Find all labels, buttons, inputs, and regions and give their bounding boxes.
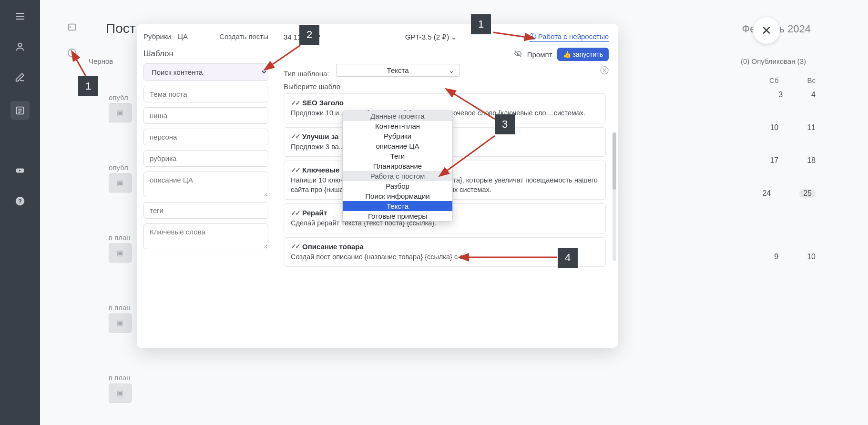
- chevron-down-icon: ⌄: [451, 33, 457, 41]
- calendar-row: 34: [778, 91, 816, 99]
- check-icon: ✓✓: [291, 99, 299, 107]
- image-placeholder-icon: ▣: [109, 243, 132, 263]
- image-placeholder-icon: ▣: [109, 173, 132, 192]
- calendar-row: 1011: [770, 123, 816, 132]
- scrollbar[interactable]: [613, 132, 616, 261]
- keywords-textarea[interactable]: [143, 223, 268, 249]
- tab-create-posts[interactable]: Создать посты: [219, 32, 268, 40]
- post-list: опубл▣ опубл▣ в план▣ в план▣ в план▣: [109, 93, 132, 403]
- callout-2: 2: [299, 25, 319, 45]
- arrow-4: [457, 253, 562, 262]
- dropdown-option[interactable]: Разбор: [343, 181, 452, 191]
- image-placeholder-icon: ▣: [109, 314, 132, 333]
- template-title: Улучши за: [302, 132, 338, 141]
- svg-rect-12: [69, 24, 76, 30]
- help-icon[interactable]: ?: [13, 194, 27, 208]
- calendar-day-headers: СбВс: [769, 76, 816, 84]
- template-select[interactable]: Поиск контента: [143, 63, 268, 81]
- dropdown-option[interactable]: Готовые примеры: [343, 211, 452, 221]
- bg-tab-published: (0) Опубликован (3): [741, 57, 806, 65]
- callout-4: 4: [558, 248, 578, 268]
- menu-icon[interactable]: [13, 10, 27, 23]
- dropdown-option[interactable]: Контент-план: [343, 121, 452, 131]
- svg-line-18: [440, 136, 495, 175]
- template-label: Шаблон: [143, 49, 268, 59]
- template-title: Рерайт: [302, 209, 327, 217]
- edit-icon[interactable]: [13, 71, 27, 84]
- dropdown-option: Данные проекта: [343, 111, 452, 121]
- svg-line-15: [266, 45, 300, 69]
- check-icon: ✓✓: [291, 132, 299, 140]
- prompt-label: Промпт: [527, 51, 552, 59]
- dropdown-option[interactable]: Поиск информации: [343, 191, 452, 201]
- svg-line-14: [72, 52, 86, 76]
- scrollbar-thumb[interactable]: [613, 132, 616, 190]
- arrow-1b: [491, 23, 539, 42]
- callout-1: 1: [78, 76, 98, 96]
- check-icon: ✓✓: [291, 166, 299, 174]
- template-title: Описание товара: [302, 243, 364, 251]
- callout-3: 3: [495, 114, 515, 134]
- video-icon[interactable]: [13, 164, 27, 177]
- svg-text:?: ?: [18, 198, 22, 205]
- persona-input[interactable]: [143, 129, 268, 145]
- calendar-row: 2425: [762, 189, 816, 198]
- run-button[interactable]: 👍 запустить: [557, 48, 609, 61]
- nisha-input[interactable]: [143, 107, 268, 124]
- user-icon[interactable]: [13, 40, 27, 53]
- model-selector[interactable]: GPT-3.5 (2 ₽) ⌄: [405, 33, 458, 41]
- posts-icon[interactable]: [10, 101, 30, 120]
- rubrika-input[interactable]: [143, 150, 268, 167]
- tegi-input[interactable]: [143, 202, 268, 219]
- calendar-row: 910: [774, 253, 816, 261]
- image-placeholder-icon: ▣: [109, 384, 132, 403]
- arrow-3b: [434, 133, 500, 181]
- close-button[interactable]: ✕: [753, 17, 780, 44]
- svg-line-16: [493, 32, 533, 38]
- chevron-down-icon: ⌄: [449, 66, 455, 75]
- thumbs-up-icon: 👍: [563, 51, 571, 58]
- svg-point-3: [18, 43, 21, 47]
- callout-1b: 1: [471, 14, 491, 34]
- calendar-row: 1718: [770, 156, 816, 165]
- svg-line-17: [447, 90, 495, 119]
- arrow-3a: [439, 86, 500, 124]
- type-select[interactable]: Текста ⌄: [336, 64, 460, 77]
- eye-off-icon[interactable]: [514, 50, 522, 60]
- modal-left-panel: Рубрики ЦА Создать посты Шаблон Поиск ко…: [137, 24, 275, 348]
- opisanie-textarea[interactable]: [143, 172, 268, 197]
- check-icon: ✓✓: [291, 243, 299, 250]
- page-title: Пост: [106, 21, 136, 36]
- template-title: SEO Заголо: [302, 99, 344, 107]
- check-icon: ✓✓: [291, 209, 299, 217]
- close-panel-icon[interactable]: ⓧ: [600, 65, 609, 76]
- tab-ca[interactable]: ЦА: [178, 32, 188, 40]
- tab-rubriki[interactable]: Рубрики: [143, 32, 171, 40]
- left-nav-rail: ?: [0, 0, 40, 425]
- arrow-2: [260, 43, 307, 76]
- tema-input[interactable]: [143, 86, 268, 102]
- image-placeholder-icon: ▣: [109, 103, 132, 122]
- ai-work-link[interactable]: ⓘ Работа с нейросетью: [529, 32, 609, 42]
- dropdown-option[interactable]: Текста: [343, 201, 452, 211]
